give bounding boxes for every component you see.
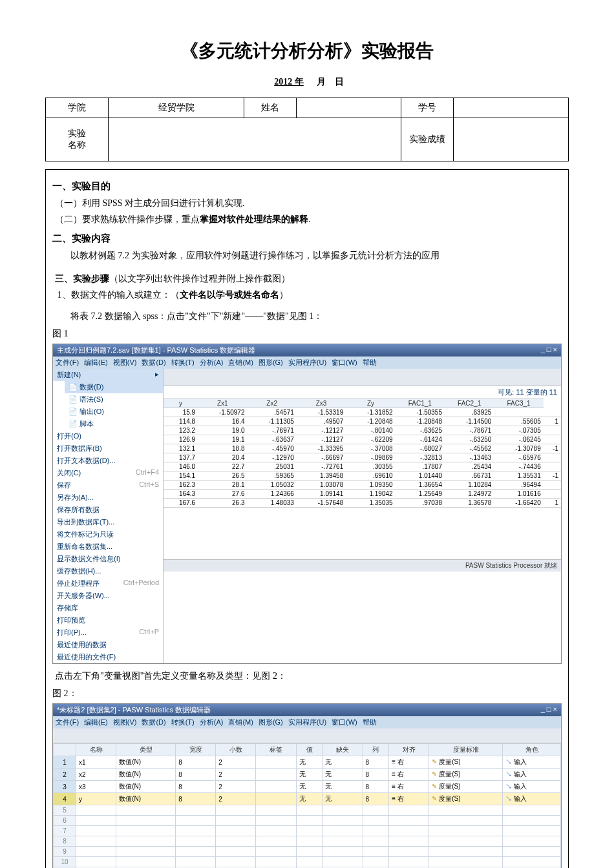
menu-item[interactable]: 图形(G)	[259, 718, 283, 726]
menu-item[interactable]: 停止处理程序Ctrl+Period	[53, 577, 163, 590]
menu-item[interactable]: 重新命名数据集...	[53, 541, 163, 553]
menu-item[interactable]: 打开数据库(B)	[53, 442, 163, 455]
window-controls-icon[interactable]: _ □ ×	[541, 346, 557, 355]
menu-item[interactable]: 保存所有数据	[53, 504, 163, 516]
fig1-label: 图 1	[52, 328, 562, 340]
menu-item[interactable]: 打开文本数据(D)...	[53, 455, 163, 467]
file-menu-dropdown[interactable]: 新建(N)▸ 📄 数据(D)📄 语法(S)📄 输出(O)📄 脚本 打开(O)打开…	[53, 369, 164, 663]
menu-item[interactable]: 数据(D)	[142, 718, 165, 726]
menu-item[interactable]: 分析(A)	[200, 358, 224, 366]
menu-item[interactable]: 另存为(A)...	[53, 491, 163, 504]
menu-item[interactable]: 文件(F)	[56, 358, 79, 366]
menu-item[interactable]: 导出到数据库(T)...	[53, 516, 163, 528]
header-form-table: 学院 经贸学院 姓名 学号 实验 名称 实验成绩	[45, 98, 569, 161]
menu-item[interactable]: 开关服务器(W)...	[53, 590, 163, 602]
submenu-item[interactable]: 📄 数据(D)	[65, 381, 163, 393]
menu-item[interactable]: 存储库	[53, 602, 163, 614]
menu-bar[interactable]: 文件(F)编辑(E)视图(V)数据(D)转换(T)分析(A)直销(M)图形(G)…	[53, 716, 561, 728]
toolbar-icons[interactable]	[53, 728, 561, 743]
menu-item[interactable]: 打开(O)	[53, 430, 163, 442]
variable-grid[interactable]: 名称类型宽度小数标签值缺失列对齐度量标准角色 1x1数值(N)82无无8≡ 右✎…	[53, 743, 561, 868]
menu-item[interactable]: 文件(F)	[56, 718, 79, 726]
data-grid[interactable]: yZx1Zx2Zx3ZyFAC1_1FAC2_1FAC3_1 15.9-1.50…	[164, 398, 561, 508]
menu-item[interactable]: 转换(T)	[171, 358, 195, 366]
menu-item[interactable]: 将文件标记为只读	[53, 528, 163, 541]
menu-item[interactable]: 转换(T)	[171, 718, 195, 726]
menu-item[interactable]: 保存Ctrl+S	[53, 479, 163, 491]
menu-item[interactable]: 分析(A)	[200, 718, 224, 726]
fig2-label: 图 2：	[52, 688, 562, 699]
screenshot-fig1: 主成分回归例题7.2.sav [数据集1] - PASW Statistics …	[52, 344, 562, 664]
menu-item[interactable]: 实用程序(U)	[288, 358, 326, 366]
menu-item[interactable]: 关闭(C)Ctrl+F4	[53, 467, 163, 479]
status-bar: PASW Statistics Processor 就绪	[164, 559, 561, 572]
menu-item[interactable]: 打印预览	[53, 614, 163, 626]
date-line: 2012 年 月 日	[45, 76, 569, 88]
menu-item[interactable]: 显示数据文件信息(I)	[53, 553, 163, 565]
submenu-item[interactable]: 📄 语法(S)	[65, 393, 163, 406]
menu-item[interactable]: 编辑(E)	[84, 358, 108, 366]
menu-item[interactable]: 最近使用的文件(F)	[53, 651, 163, 663]
sec1-title: 一、实验目的	[52, 180, 562, 192]
submenu-item[interactable]: 📄 脚本	[65, 418, 163, 430]
menu-item[interactable]: 窗口(W)	[332, 718, 357, 726]
window-title: 主成分回归例题7.2.sav [数据集1] - PASW Statistics …	[57, 346, 255, 355]
menu-bar[interactable]: 文件(F)编辑(E)视图(V)数据(D)转换(T)分析(A)直销(M)图形(G)…	[53, 356, 561, 369]
toolbar-icons[interactable]	[164, 369, 561, 386]
visible-var-hint: 可见: 11 变量的 11	[164, 386, 561, 398]
menu-item[interactable]: 最近使用的数据	[53, 639, 163, 651]
menu-item[interactable]: 直销(M)	[228, 358, 253, 366]
window-controls-icon[interactable]: _ □ ×	[541, 705, 557, 715]
doc-title: 《多元统计分析分析》实验报告	[45, 39, 569, 63]
menu-item[interactable]: 数据(D)	[142, 358, 165, 366]
menu-item[interactable]: 编辑(E)	[84, 718, 108, 726]
menu-item[interactable]: 帮助	[363, 358, 377, 366]
menu-item[interactable]: 图形(G)	[259, 358, 283, 366]
menu-item[interactable]: 缓存数据(H)...	[53, 565, 163, 577]
window-title: *未标题2 [数据集2] - PASW Statistics 数据编辑器	[57, 705, 211, 715]
menu-item[interactable]: 视图(V)	[113, 718, 137, 726]
sec2-title: 二、实验内容	[52, 232, 562, 245]
submenu-item[interactable]: 📄 输出(O)	[65, 406, 163, 418]
menu-item[interactable]: 窗口(W)	[332, 358, 357, 366]
menu-item-new: 新建(N)▸	[53, 369, 163, 381]
screenshot-fig2: *未标题2 [数据集2] - PASW Statistics 数据编辑器 _ □…	[52, 703, 562, 868]
menu-item[interactable]: 视图(V)	[113, 358, 137, 366]
menu-item[interactable]: 打印(P)...Ctrl+P	[53, 626, 163, 639]
menu-item[interactable]: 直销(M)	[228, 718, 253, 726]
menu-item[interactable]: 实用程序(U)	[288, 718, 326, 726]
menu-item[interactable]: 帮助	[363, 718, 377, 726]
